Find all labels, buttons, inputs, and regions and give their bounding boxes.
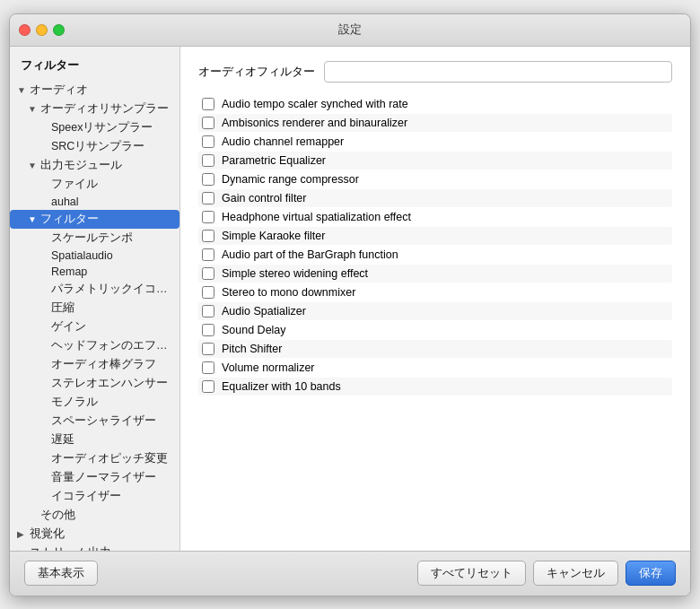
tree-triangle-icon xyxy=(39,322,51,332)
titlebar: 設定 xyxy=(10,14,690,47)
sidebar-item-headphone[interactable]: ヘッドフォンのエフ… xyxy=(10,336,179,355)
sidebar-item-delay[interactable]: 遅延 xyxy=(10,431,179,449)
close-button[interactable] xyxy=(19,24,31,36)
sidebar-item-compress[interactable]: 圧縮 xyxy=(10,299,179,318)
filter-list-item[interactable]: Simple stereo widening effect xyxy=(198,265,672,283)
filter-list-item[interactable]: Dynamic range compressor xyxy=(198,170,672,188)
sidebar-item-bargraph[interactable]: オーディオ棒グラフ xyxy=(10,355,179,374)
filter-checkbox[interactable] xyxy=(202,173,214,186)
filter-list-item[interactable]: Audio Spatializer xyxy=(198,302,672,320)
cancel-button[interactable]: キャンセル xyxy=(533,561,618,586)
filter-list-item[interactable]: Gain control filter xyxy=(198,189,672,207)
sidebar-item-scale-tempo[interactable]: スケールテンポ xyxy=(10,229,179,248)
filter-checkbox[interactable] xyxy=(202,343,214,355)
sidebar-item-label: Spatialaudio xyxy=(51,249,113,262)
filter-checkbox[interactable] xyxy=(202,154,214,167)
filter-checkbox[interactable] xyxy=(202,305,214,318)
filter-list: Audio tempo scaler synched with rateAmbi… xyxy=(198,95,672,396)
sidebar-item-label: パラメトリックイコ… xyxy=(51,282,168,297)
filter-list-item[interactable]: Equalizer with 10 bands xyxy=(198,378,672,396)
filter-checkbox[interactable] xyxy=(202,324,214,336)
sidebar-item-parametric[interactable]: パラメトリックイコ… xyxy=(10,280,179,299)
filter-item-label: Parametric Equalizer xyxy=(222,154,326,167)
sidebar-item-other[interactable]: その他 xyxy=(10,506,179,525)
filter-checkbox[interactable] xyxy=(202,98,214,110)
sidebar-item-label: スペーシャライザー xyxy=(51,413,156,429)
filter-header-label: オーディオフィルター xyxy=(198,64,315,80)
filter-item-label: Pitch Shifter xyxy=(222,343,282,355)
filter-checkbox[interactable] xyxy=(202,267,214,280)
filter-list-item[interactable]: Audio tempo scaler synched with rate xyxy=(198,95,672,113)
sidebar-item-normalizer[interactable]: 音量ノーマライザー xyxy=(10,468,179,487)
tree-triangle-icon xyxy=(39,492,51,501)
sidebar-item-auhal[interactable]: auhal xyxy=(10,194,179,210)
sidebar-item-label: 音量ノーマライザー xyxy=(51,470,156,485)
sidebar-tree: ▼オーディオ▼オーディオリサンプラー Speexリサンプラー SRCリサンプラー… xyxy=(10,81,179,551)
filter-list-item[interactable]: Stereo to mono downmixer xyxy=(198,283,672,301)
sidebar-item-label: ゲイン xyxy=(51,319,86,335)
filter-list-item[interactable]: Volume normalizer xyxy=(198,359,672,377)
tree-triangle-icon xyxy=(39,397,51,407)
sidebar-item-pitch[interactable]: オーディオピッチ変更 xyxy=(10,449,179,468)
sidebar-item-label: SRCリサンプラー xyxy=(51,139,144,154)
sidebar-item-label: 視覚化 xyxy=(30,526,65,542)
sidebar-item-gain[interactable]: ゲイン xyxy=(10,318,179,336)
filter-checkbox[interactable] xyxy=(202,380,214,393)
sidebar-item-src[interactable]: SRCリサンプラー xyxy=(10,137,179,156)
reset-all-button[interactable]: すべてリセット xyxy=(417,561,526,586)
filter-list-item[interactable]: Simple Karaoke filter xyxy=(198,227,672,245)
filter-checkbox[interactable] xyxy=(202,117,214,129)
filter-header: オーディオフィルター xyxy=(198,61,672,83)
minimize-button[interactable] xyxy=(36,24,48,36)
sidebar-item-file[interactable]: ファイル xyxy=(10,175,179,194)
sidebar-item-mono[interactable]: モノラル xyxy=(10,393,179,412)
sidebar-item-spacer[interactable]: スペーシャライザー xyxy=(10,412,179,431)
filter-list-item[interactable]: Audio channel remapper xyxy=(198,133,672,151)
filter-checkbox[interactable] xyxy=(202,361,214,374)
sidebar-item-label: その他 xyxy=(40,508,75,523)
sidebar-item-audio-resampler[interactable]: ▼オーディオリサンプラー xyxy=(10,100,179,118)
sidebar-item-equalizer[interactable]: イコライザー xyxy=(10,487,179,506)
filter-item-label: Dynamic range compressor xyxy=(222,173,359,186)
filter-checkbox[interactable] xyxy=(202,230,214,242)
content-area: フィルター ▼オーディオ▼オーディオリサンプラー Speexリサンプラー SRC… xyxy=(10,47,690,551)
filter-checkbox[interactable] xyxy=(202,248,214,261)
sidebar-item-label: ヘッドフォンのエフ… xyxy=(51,338,168,353)
sidebar-item-label: Remap xyxy=(51,265,87,278)
sidebar-item-spatialaudio[interactable]: Spatialaudio xyxy=(10,248,179,264)
sidebar-item-filter[interactable]: ▼フィルター xyxy=(10,210,179,229)
sidebar-item-stereo-enhancer[interactable]: ステレオエンハンサー xyxy=(10,374,179,393)
sidebar-item-visual[interactable]: ▶視覚化 xyxy=(10,525,179,544)
filter-list-item[interactable]: Audio part of the BarGraph function xyxy=(198,246,672,264)
sidebar-item-label: Speexリサンプラー xyxy=(51,120,153,135)
sidebar-item-label: オーディオリサンプラー xyxy=(40,101,169,117)
sidebar-item-remap[interactable]: Remap xyxy=(10,264,179,280)
filter-item-label: Sound Delay xyxy=(222,324,286,336)
sidebar-item-label: オーディオ xyxy=(30,83,88,98)
sidebar-item-label: 遅延 xyxy=(51,432,74,448)
sidebar-item-output-module[interactable]: ▼出力モジュール xyxy=(10,156,179,175)
basic-view-button[interactable]: 基本表示 xyxy=(24,561,98,586)
filter-item-label: Audio part of the BarGraph function xyxy=(222,248,398,261)
filter-list-item[interactable]: Sound Delay xyxy=(198,321,672,339)
maximize-button[interactable] xyxy=(53,24,65,36)
save-button[interactable]: 保存 xyxy=(626,561,676,586)
filter-checkbox[interactable] xyxy=(202,286,214,299)
sidebar-item-stream-out[interactable]: ▶ストリーム出力 xyxy=(10,544,179,551)
tree-triangle-icon xyxy=(39,435,51,445)
filter-checkbox[interactable] xyxy=(202,135,214,148)
sidebar-item-speex[interactable]: Speexリサンプラー xyxy=(10,118,179,137)
filter-checkbox[interactable] xyxy=(202,211,214,223)
filter-list-item[interactable]: Pitch Shifter xyxy=(198,340,672,358)
filter-list-item[interactable]: Parametric Equalizer xyxy=(198,152,672,170)
tree-triangle-icon xyxy=(39,473,51,483)
tree-triangle-icon: ▼ xyxy=(28,161,40,170)
sidebar-item-label: ステレオエンハンサー xyxy=(51,376,168,391)
filter-item-label: Headphone virtual spatialization effect xyxy=(222,211,411,223)
filter-list-item[interactable]: Ambisonics renderer and binauralizer xyxy=(198,114,672,132)
filter-list-item[interactable]: Headphone virtual spatialization effect xyxy=(198,208,672,226)
filter-checkbox[interactable] xyxy=(202,192,214,204)
filter-search-input[interactable] xyxy=(324,61,672,83)
tree-triangle-icon xyxy=(39,284,51,294)
sidebar-item-audio[interactable]: ▼オーディオ xyxy=(10,81,179,100)
